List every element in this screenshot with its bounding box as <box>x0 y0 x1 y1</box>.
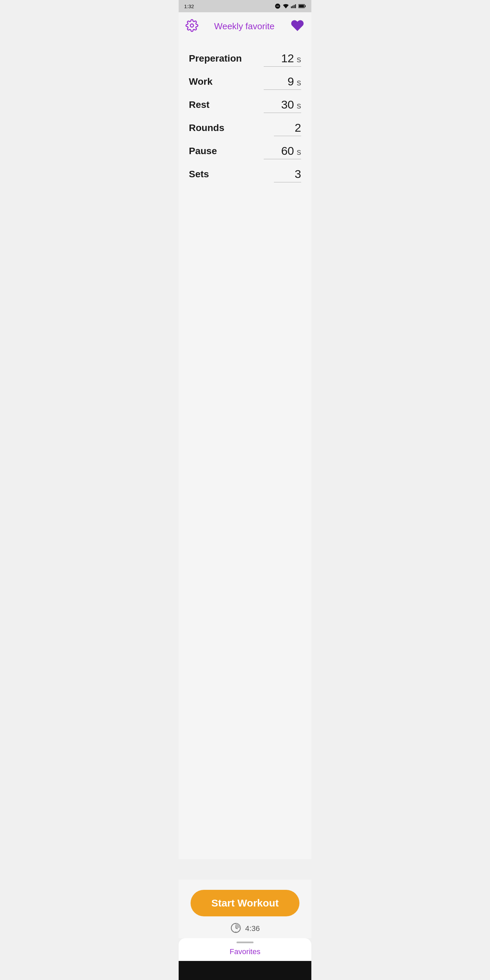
rounds-value-container: 2 <box>284 121 301 134</box>
svg-rect-5 <box>305 5 306 7</box>
rest-value[interactable]: 30 <box>277 98 294 111</box>
spacer <box>179 859 311 880</box>
nav-bar <box>179 961 311 980</box>
status-icons <box>275 3 306 9</box>
rest-value-container: 30 s <box>277 98 301 111</box>
app-header: Weekly favorite <box>179 12 311 39</box>
status-time: 1:32 <box>184 3 194 9</box>
rounds-row: Rounds 2 <box>189 115 301 136</box>
work-value[interactable]: 9 <box>277 75 294 88</box>
start-workout-button[interactable]: Start Workout <box>191 890 299 916</box>
wifi-icon <box>283 4 289 8</box>
preperation-unit: s <box>297 54 301 65</box>
button-section: Start Workout 4:36 <box>179 880 311 938</box>
preperation-value-container: 12 s <box>277 52 301 65</box>
status-bar: 1:32 <box>179 0 311 12</box>
page-title: Weekly favorite <box>214 21 274 32</box>
battery-icon <box>298 4 306 8</box>
svg-rect-6 <box>299 5 304 8</box>
work-underline <box>264 89 301 90</box>
pause-label: Pause <box>189 146 217 156</box>
work-value-container: 9 s <box>277 75 301 88</box>
sets-value[interactable]: 3 <box>284 167 301 181</box>
svg-rect-2 <box>294 5 295 8</box>
svg-point-7 <box>190 24 194 27</box>
preperation-underline <box>264 66 301 67</box>
rest-row: Rest 30 s <box>189 92 301 113</box>
favorite-button[interactable] <box>290 18 305 34</box>
svg-rect-0 <box>291 6 292 8</box>
rounds-underline <box>274 136 301 136</box>
panel-handle <box>237 942 253 943</box>
work-unit: s <box>297 77 301 88</box>
favorites-label: Favorites <box>230 947 260 961</box>
signal-icon <box>291 4 296 8</box>
rounds-value[interactable]: 2 <box>284 121 301 134</box>
rest-underline <box>264 113 301 113</box>
dnd-icon <box>275 3 281 9</box>
gear-button[interactable] <box>185 19 198 33</box>
rest-label: Rest <box>189 99 210 110</box>
work-label: Work <box>189 76 213 87</box>
svg-rect-3 <box>295 5 296 8</box>
rounds-label: Rounds <box>189 123 224 134</box>
preperation-label: Preperation <box>189 53 242 64</box>
favorites-panel[interactable]: Favorites <box>179 938 311 961</box>
pause-value-container: 60 s <box>277 144 301 158</box>
pause-row: Pause 60 s <box>189 138 301 159</box>
timer-display: 4:36 <box>231 923 260 935</box>
preperation-row: Preperation 12 s <box>189 46 301 67</box>
pause-value[interactable]: 60 <box>277 144 294 158</box>
preperation-value[interactable]: 12 <box>277 52 294 65</box>
pause-underline <box>264 159 301 159</box>
work-row: Work 9 s <box>189 69 301 90</box>
timer-icon <box>231 923 241 935</box>
rest-unit: s <box>297 100 301 111</box>
pause-unit: s <box>297 147 301 157</box>
svg-rect-1 <box>292 6 293 8</box>
timer-value: 4:36 <box>245 924 260 933</box>
sets-label: Sets <box>189 169 209 180</box>
sets-row: Sets 3 <box>189 161 301 182</box>
main-content: Preperation 12 s Work 9 s Rest 30 s <box>179 39 311 859</box>
sets-value-container: 3 <box>284 167 301 181</box>
